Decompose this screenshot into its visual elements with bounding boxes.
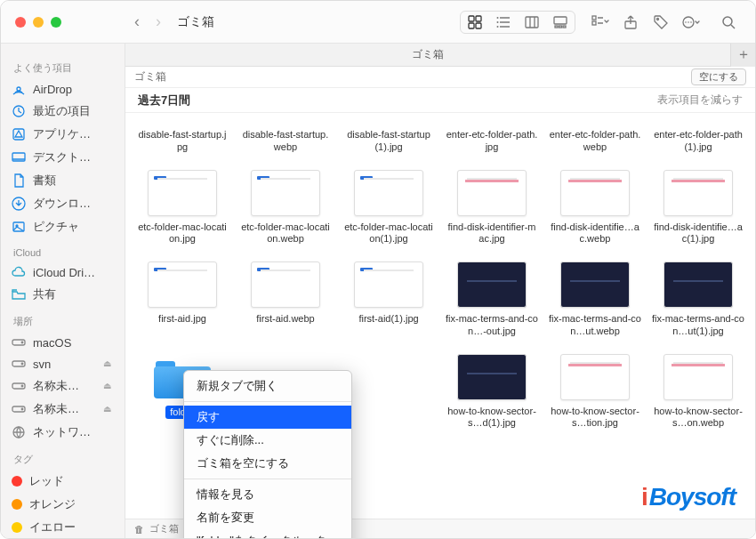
sidebar-item-label: 名称未…: [33, 401, 79, 417]
file-item[interactable]: first-aid.webp: [234, 258, 337, 347]
sidebar-item-ネットワ…[interactable]: ネットワ…: [1, 421, 125, 444]
tab-bar: ゴミ箱 ＋: [125, 44, 755, 67]
sidebar-item-名称未…[interactable]: 名称未…⏏: [1, 374, 125, 398]
svg-point-29: [17, 87, 20, 91]
group-by-button[interactable]: [586, 11, 615, 34]
file-item[interactable]: find-disk-identifie…ac.webp: [543, 166, 647, 255]
svg-rect-2: [469, 23, 474, 28]
show-less-button[interactable]: 表示項目を減らす: [657, 93, 743, 108]
file-name-label: find-disk-identifie…ac(1).jpg: [652, 221, 744, 246]
sidebar-item-AirDrop[interactable]: AirDrop: [1, 78, 125, 100]
clock-icon: [12, 104, 26, 118]
forward-button[interactable]: ›: [156, 12, 161, 31]
file-item[interactable]: how-to-know-sector-s…on.webp: [647, 350, 750, 439]
file-item[interactable]: enter-etc-folder-path.webp: [543, 120, 647, 163]
file-item[interactable]: disable-fast-startup.webp: [234, 120, 337, 163]
menu-item[interactable]: "folder"をクイックルック: [184, 529, 351, 539]
file-item[interactable]: enter-etc-folder-path(1).jpg: [647, 120, 750, 163]
eject-icon[interactable]: ⏏: [103, 404, 114, 414]
file-item[interactable]: disable-fast-startup(1).jpg: [337, 120, 440, 163]
file-item[interactable]: disable-fast-startup.jpg: [131, 120, 234, 163]
sidebar-item-label: svn: [33, 358, 51, 371]
file-name-label: enter-etc-folder-path.jpg: [446, 129, 538, 154]
sidebar-item-アプリケ…[interactable]: アプリケ…: [1, 123, 125, 146]
svg-point-22: [657, 18, 659, 20]
tag-dot-icon: [12, 476, 22, 487]
sidebar-tag-レッド[interactable]: レッド: [1, 470, 125, 493]
svg-point-26: [690, 21, 692, 23]
file-name-label: disable-fast-startup(1).jpg: [342, 129, 435, 154]
file-thumbnail: [457, 354, 527, 400]
file-item[interactable]: etc-folder-mac-location(1).jpg: [337, 166, 440, 255]
file-item[interactable]: etc-folder-mac-location.webp: [234, 166, 337, 255]
list-view-button[interactable]: [489, 11, 518, 34]
sidebar-item-label: オレンジ: [29, 496, 76, 512]
svg-rect-16: [563, 26, 566, 28]
tab-trash[interactable]: ゴミ箱: [125, 47, 730, 62]
file-item[interactable]: fix-mac-terms-and-con…-out.jpg: [440, 258, 543, 347]
file-item[interactable]: first-aid.jpg: [131, 258, 234, 347]
svg-rect-18: [592, 21, 596, 25]
new-tab-button[interactable]: ＋: [730, 44, 755, 67]
path-segment[interactable]: ゴミ箱: [149, 522, 179, 535]
svg-rect-10: [526, 17, 538, 28]
file-item[interactable]: enter-etc-folder-path.jpg: [440, 120, 543, 163]
sidebar-item-iCloud Dri…[interactable]: iCloud Dri…: [1, 261, 125, 283]
file-item[interactable]: first-aid(1).jpg: [337, 258, 440, 347]
file-item[interactable]: fix-mac-terms-and-con…ut(1).jpg: [647, 258, 750, 347]
sidebar-item-label: イエロー: [29, 519, 76, 535]
sidebar-item-共有[interactable]: 共有: [1, 283, 125, 306]
action-menu-button[interactable]: [677, 11, 705, 34]
menu-item[interactable]: ゴミ箱を空にする: [184, 452, 351, 475]
icon-view-button[interactable]: [461, 11, 489, 34]
file-item[interactable]: etc-folder-mac-location.jpg: [131, 166, 234, 255]
file-item[interactable]: find-disk-identifie…ac(1).jpg: [647, 166, 750, 255]
fullscreen-button[interactable]: [51, 17, 61, 28]
svg-point-8: [497, 21, 499, 23]
gallery-view-button[interactable]: [546, 11, 575, 34]
eject-icon[interactable]: ⏏: [103, 381, 114, 391]
svg-point-25: [688, 21, 689, 23]
sidebar-item-ピクチャ[interactable]: ピクチャ: [1, 215, 125, 238]
sidebar-tag-イエロー[interactable]: イエロー: [1, 516, 125, 539]
back-button[interactable]: ‹: [134, 12, 140, 31]
file-item[interactable]: how-to-know-sector-s…tion.jpg: [543, 350, 647, 439]
sidebar-item-svn[interactable]: svn⏏: [1, 353, 125, 374]
file-thumbnail: [148, 170, 217, 216]
menu-item[interactable]: 新規タブで開く: [184, 374, 351, 398]
section-title: 過去7日間: [138, 93, 190, 109]
svg-point-27: [723, 17, 732, 26]
context-menu: 新規タブで開く戻すすぐに削除...ゴミ箱を空にする情報を見る名前を変更"fold…: [183, 370, 352, 539]
sidebar-item-ダウンロ…[interactable]: ダウンロ…: [1, 192, 125, 215]
tag-button[interactable]: [647, 11, 675, 34]
minimize-button[interactable]: [33, 17, 44, 28]
menu-item[interactable]: 名前を変更: [184, 506, 351, 529]
sidebar-item-macOS[interactable]: macOS: [1, 332, 125, 353]
sidebar-item-最近の項目[interactable]: 最近の項目: [1, 100, 125, 123]
file-name-label: how-to-know-sector-s…tion.jpg: [549, 406, 641, 430]
svg-point-42: [21, 385, 23, 387]
menu-item[interactable]: すぐに削除...: [184, 429, 351, 452]
file-name-label: enter-etc-folder-path.webp: [549, 129, 641, 154]
menu-item[interactable]: 戻す: [184, 406, 351, 429]
column-view-button[interactable]: [518, 11, 546, 34]
eject-icon[interactable]: ⏏: [103, 358, 114, 369]
sidebar: よく使う項目 AirDrop最近の項目アプリケ…デスクト…書類ダウンロ…ピクチャ…: [1, 44, 125, 539]
file-item[interactable]: find-disk-identifier-mac.jpg: [440, 166, 543, 255]
sidebar-tag-オレンジ[interactable]: オレンジ: [1, 493, 125, 516]
file-thumbnail: [148, 261, 217, 308]
menu-item[interactable]: 情報を見る: [184, 483, 351, 506]
empty-trash-button[interactable]: 空にする: [691, 68, 746, 85]
sidebar-item-名称未…[interactable]: 名称未…⏏: [1, 398, 125, 421]
file-item[interactable]: fix-mac-terms-and-con…ut.webp: [543, 258, 647, 347]
close-button[interactable]: [15, 17, 26, 28]
sidebar-item-label: 書類: [33, 173, 56, 189]
file-item[interactable]: how-to-know-sector-s…d(1).jpg: [440, 350, 543, 439]
share-button[interactable]: [616, 11, 645, 34]
sidebar-item-label: AirDrop: [33, 83, 72, 96]
tag-dot-icon: [12, 499, 22, 510]
sidebar-item-書類[interactable]: 書類: [1, 169, 125, 192]
sidebar-item-label: ネットワ…: [33, 424, 91, 440]
search-button[interactable]: [714, 11, 743, 34]
sidebar-item-デスクト…[interactable]: デスクト…: [1, 146, 125, 169]
